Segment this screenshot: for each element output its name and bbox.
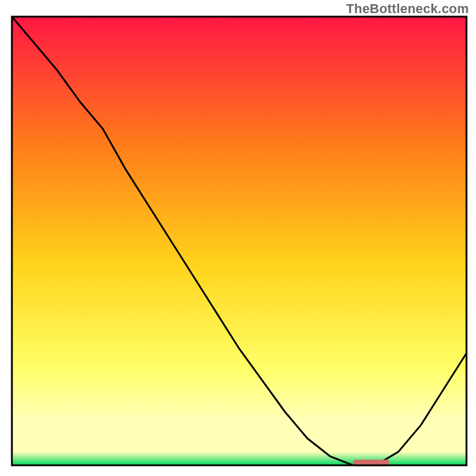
watermark-text: TheBottleneck.com — [346, 1, 469, 17]
gradient-background — [12, 17, 466, 465]
chart-container: TheBottleneck.com — [0, 0, 476, 476]
bottleneck-chart-svg — [0, 0, 476, 476]
